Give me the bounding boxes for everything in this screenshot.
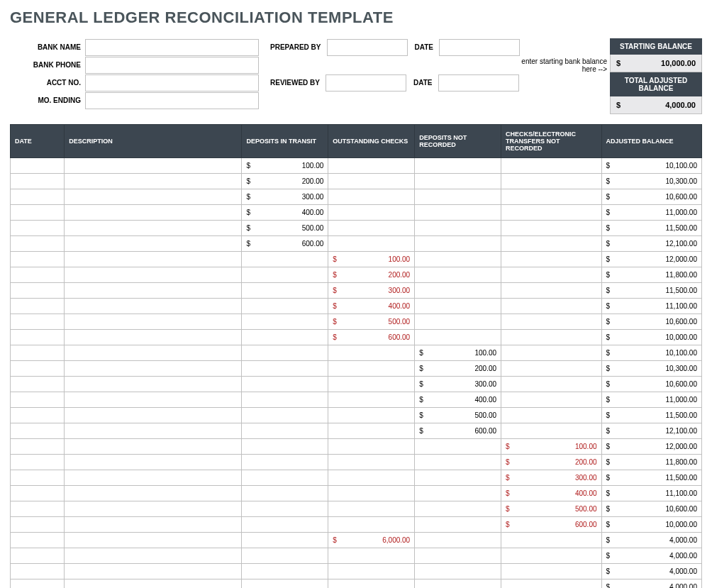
cell[interactable] (501, 221, 601, 236)
input-acct-no[interactable] (85, 74, 259, 91)
cell[interactable] (242, 423, 328, 439)
cell[interactable] (501, 158, 601, 174)
cell[interactable] (415, 314, 501, 330)
cell[interactable] (242, 392, 328, 408)
cell-date[interactable] (11, 377, 65, 392)
cell-date[interactable] (11, 236, 65, 252)
cell[interactable]: $11,000.00 (601, 392, 701, 408)
input-reviewed-by[interactable] (326, 74, 406, 91)
cell[interactable]: $400.00 (415, 392, 501, 408)
cell[interactable]: $12,100.00 (601, 236, 701, 252)
cell-description[interactable] (65, 221, 242, 236)
starting-balance-value[interactable]: $ 10,000.00 (610, 55, 702, 72)
cell[interactable] (501, 345, 601, 361)
cell[interactable] (501, 392, 601, 408)
cell[interactable]: $12,000.00 (601, 439, 701, 455)
cell[interactable] (501, 283, 601, 299)
cell[interactable]: $11,800.00 (601, 267, 701, 283)
cell-description[interactable] (65, 470, 242, 486)
cell[interactable]: $11,100.00 (601, 486, 701, 501)
cell[interactable]: $300.00 (415, 377, 501, 392)
cell[interactable] (501, 236, 601, 252)
cell[interactable] (328, 439, 415, 455)
cell[interactable]: $10,000.00 (601, 330, 701, 345)
cell[interactable] (415, 564, 501, 579)
cell-description[interactable] (65, 299, 242, 314)
cell[interactable] (328, 423, 415, 439)
cell-description[interactable] (65, 501, 242, 517)
cell-description[interactable] (65, 408, 242, 423)
cell-date[interactable] (11, 361, 65, 377)
cell[interactable]: $10,300.00 (601, 174, 701, 189)
cell[interactable] (242, 299, 328, 314)
cell[interactable]: $11,500.00 (601, 470, 701, 486)
cell[interactable] (501, 267, 601, 283)
cell[interactable] (501, 174, 601, 189)
cell[interactable] (415, 470, 501, 486)
cell[interactable]: $500.00 (242, 221, 328, 236)
cell[interactable] (242, 439, 328, 455)
cell-date[interactable] (11, 205, 65, 221)
cell[interactable]: $200.00 (501, 455, 601, 470)
cell[interactable] (328, 470, 415, 486)
cell[interactable]: $400.00 (328, 299, 415, 314)
cell[interactable]: $4,000.00 (601, 533, 701, 548)
cell[interactable] (415, 205, 501, 221)
cell[interactable]: $11,500.00 (601, 283, 701, 299)
cell[interactable]: $600.00 (242, 236, 328, 252)
cell[interactable] (501, 408, 601, 423)
cell-description[interactable] (65, 455, 242, 470)
cell[interactable] (415, 517, 501, 533)
cell-description[interactable] (65, 423, 242, 439)
cell[interactable]: $500.00 (415, 408, 501, 423)
cell[interactable] (501, 189, 601, 205)
cell[interactable]: $4,000.00 (601, 579, 701, 589)
cell[interactable] (328, 189, 415, 205)
cell[interactable] (415, 486, 501, 501)
cell-date[interactable] (11, 158, 65, 174)
cell[interactable] (501, 361, 601, 377)
cell[interactable]: $100.00 (328, 252, 415, 267)
cell[interactable] (242, 517, 328, 533)
cell[interactable]: $12,100.00 (601, 423, 701, 439)
cell-date[interactable] (11, 252, 65, 267)
cell[interactable] (328, 205, 415, 221)
cell[interactable]: $10,100.00 (601, 158, 701, 174)
cell-date[interactable] (11, 345, 65, 361)
cell[interactable] (328, 377, 415, 392)
cell[interactable] (242, 314, 328, 330)
cell[interactable]: $100.00 (242, 158, 328, 174)
cell[interactable]: $400.00 (242, 205, 328, 221)
cell[interactable] (328, 221, 415, 236)
cell[interactable] (501, 330, 601, 345)
cell[interactable] (501, 377, 601, 392)
cell[interactable] (242, 408, 328, 423)
cell-date[interactable] (11, 439, 65, 455)
cell[interactable]: $4,000.00 (601, 548, 701, 564)
cell-date[interactable] (11, 299, 65, 314)
cell-description[interactable] (65, 205, 242, 221)
input-date-2[interactable] (438, 74, 519, 91)
cell[interactable]: $400.00 (501, 486, 601, 501)
cell-date[interactable] (11, 501, 65, 517)
cell[interactable] (415, 283, 501, 299)
cell-description[interactable] (65, 486, 242, 501)
cell[interactable] (501, 299, 601, 314)
cell-date[interactable] (11, 455, 65, 470)
cell-description[interactable] (65, 361, 242, 377)
cell-description[interactable] (65, 579, 242, 589)
cell[interactable]: $6,000.00 (328, 533, 415, 548)
cell[interactable]: $10,600.00 (601, 314, 701, 330)
cell[interactable]: $12,000.00 (601, 252, 701, 267)
cell-description[interactable] (65, 517, 242, 533)
cell[interactable] (328, 564, 415, 579)
cell[interactable]: $10,600.00 (601, 377, 701, 392)
cell[interactable] (501, 533, 601, 548)
cell[interactable]: $11,800.00 (601, 455, 701, 470)
cell[interactable] (328, 455, 415, 470)
cell[interactable] (328, 174, 415, 189)
cell[interactable] (242, 252, 328, 267)
cell[interactable] (328, 345, 415, 361)
cell-date[interactable] (11, 408, 65, 423)
cell[interactable]: $11,000.00 (601, 205, 701, 221)
